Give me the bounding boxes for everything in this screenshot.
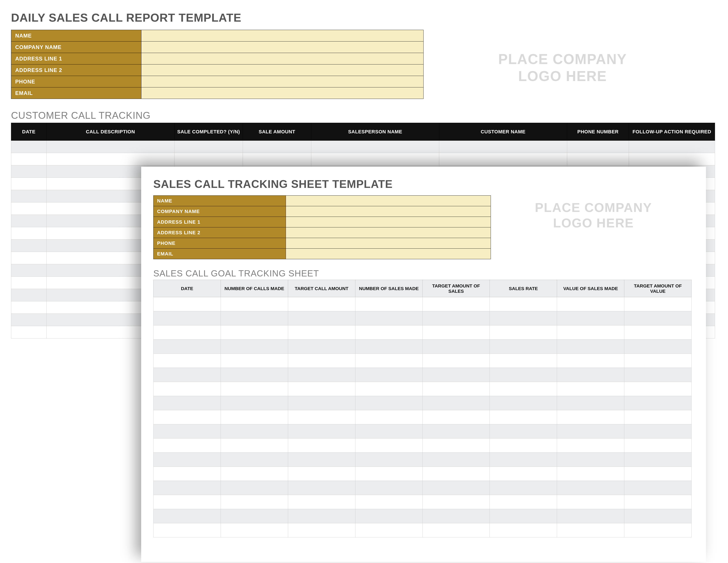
data-cell[interactable] [154,495,221,509]
data-cell[interactable] [221,311,288,326]
data-cell[interactable] [221,523,288,537]
data-cell[interactable] [490,297,557,311]
data-cell[interactable] [154,326,221,340]
data-cell[interactable] [47,141,174,153]
data-cell[interactable] [221,354,288,368]
info-input-cell[interactable] [141,53,423,64]
data-cell[interactable] [624,340,692,354]
data-cell[interactable] [11,215,47,227]
data-cell[interactable] [221,453,288,467]
data-cell[interactable] [490,410,557,424]
data-cell[interactable] [624,523,692,537]
data-cell[interactable] [154,311,221,326]
data-cell[interactable] [221,326,288,340]
data-cell[interactable] [11,165,47,178]
data-cell[interactable] [288,368,355,382]
data-cell[interactable] [624,410,692,424]
data-cell[interactable] [567,153,629,165]
data-cell[interactable] [11,239,47,252]
data-cell[interactable] [154,453,221,467]
data-cell[interactable] [422,340,490,354]
data-cell[interactable] [243,141,311,153]
data-cell[interactable] [221,495,288,509]
data-cell[interactable] [221,467,288,481]
data-cell[interactable] [288,340,355,354]
data-cell[interactable] [11,202,47,215]
data-cell[interactable] [557,424,624,439]
data-cell[interactable] [422,297,490,311]
data-cell[interactable] [557,396,624,410]
data-cell[interactable] [624,509,692,523]
data-cell[interactable] [490,326,557,340]
data-cell[interactable] [422,453,490,467]
data-cell[interactable] [557,382,624,396]
info-input-cell[interactable] [286,248,491,259]
data-cell[interactable] [154,297,221,311]
data-cell[interactable] [221,368,288,382]
data-cell[interactable] [439,141,567,153]
data-cell[interactable] [557,410,624,424]
data-cell[interactable] [154,481,221,495]
data-cell[interactable] [221,396,288,410]
data-cell[interactable] [288,424,355,439]
data-cell[interactable] [355,326,422,340]
data-cell[interactable] [355,396,422,410]
data-cell[interactable] [154,467,221,481]
data-cell[interactable] [154,439,221,453]
data-cell[interactable] [11,227,47,239]
data-cell[interactable] [624,354,692,368]
data-cell[interactable] [11,178,47,190]
data-cell[interactable] [311,153,439,165]
data-cell[interactable] [154,382,221,396]
data-cell[interactable] [355,424,422,439]
data-cell[interactable] [355,509,422,523]
data-cell[interactable] [355,354,422,368]
data-cell[interactable] [221,424,288,439]
data-cell[interactable] [557,311,624,326]
data-cell[interactable] [557,326,624,340]
data-cell[interactable] [154,509,221,523]
data-cell[interactable] [557,467,624,481]
data-cell[interactable] [490,467,557,481]
info-input-cell[interactable] [286,206,491,217]
data-cell[interactable] [355,439,422,453]
data-cell[interactable] [624,326,692,340]
data-cell[interactable] [624,481,692,495]
data-cell[interactable] [422,481,490,495]
data-cell[interactable] [422,354,490,368]
data-cell[interactable] [439,153,567,165]
data-cell[interactable] [11,141,47,153]
info-input-cell[interactable] [141,30,423,41]
data-cell[interactable] [490,495,557,509]
data-cell[interactable] [243,153,311,165]
data-cell[interactable] [355,495,422,509]
info-input-cell[interactable] [141,87,423,99]
data-cell[interactable] [221,382,288,396]
data-cell[interactable] [11,252,47,264]
data-cell[interactable] [422,311,490,326]
info-input-cell[interactable] [141,64,423,76]
data-cell[interactable] [422,523,490,537]
data-cell[interactable] [490,509,557,523]
info-input-cell[interactable] [286,217,491,227]
data-cell[interactable] [288,467,355,481]
data-cell[interactable] [624,495,692,509]
data-cell[interactable] [11,276,47,289]
data-cell[interactable] [557,340,624,354]
info-input-cell[interactable] [141,76,423,87]
data-cell[interactable] [154,523,221,537]
data-cell[interactable] [355,523,422,537]
data-cell[interactable] [490,382,557,396]
data-cell[interactable] [154,396,221,410]
data-cell[interactable] [557,439,624,453]
data-cell[interactable] [154,368,221,382]
data-cell[interactable] [288,354,355,368]
data-cell[interactable] [355,481,422,495]
data-cell[interactable] [624,439,692,453]
data-cell[interactable] [557,368,624,382]
data-cell[interactable] [355,410,422,424]
data-cell[interactable] [490,368,557,382]
data-cell[interactable] [624,467,692,481]
data-cell[interactable] [11,264,47,276]
data-cell[interactable] [154,354,221,368]
